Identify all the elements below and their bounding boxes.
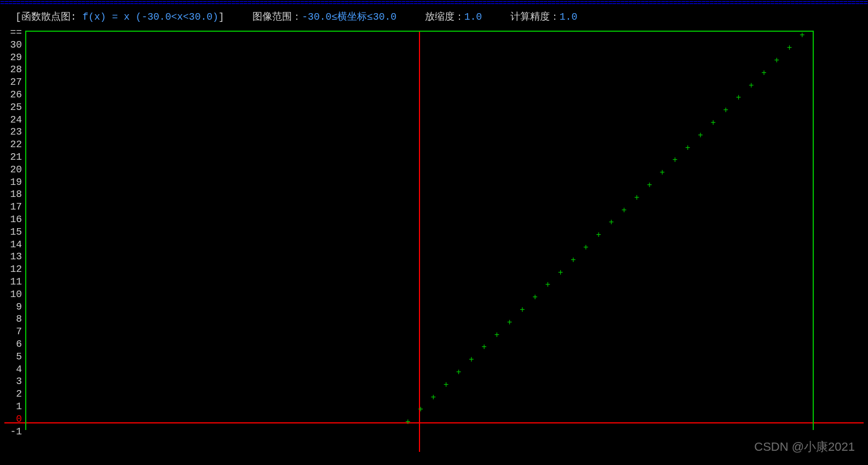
header-info-line: [函数散点图: f(x) = x (-30.0<x<30.0)] 图像范围：-3… — [0, 7, 868, 26]
y-tick: == — [4, 26, 22, 39]
data-point: + — [734, 94, 743, 102]
data-point: + — [607, 218, 616, 227]
data-point: + — [747, 82, 756, 90]
range-label: 图像范围： — [252, 11, 302, 22]
y-tick: 14 — [4, 239, 22, 251]
data-point: + — [480, 343, 488, 352]
data-point: + — [633, 194, 641, 202]
y-tick: 29 — [4, 51, 22, 64]
chart-area: ==30292827262524232221201918171615141312… — [4, 26, 864, 453]
y-tick: 11 — [4, 276, 22, 288]
y-tick: 21 — [4, 151, 22, 164]
y-tick: 28 — [4, 63, 22, 76]
watermark-text: CSDN @小康2021 — [754, 439, 855, 455]
y-tick: 3 — [4, 375, 22, 388]
precision-value: 1.0 — [560, 11, 577, 22]
data-point: + — [556, 269, 565, 277]
y-tick: 18 — [4, 188, 22, 201]
y-tick: 15 — [4, 226, 22, 239]
y-tick: 26 — [4, 89, 22, 101]
scatter-title-prefix: [函数散点图: — [15, 11, 82, 22]
y-axis-line — [419, 32, 420, 452]
y-tick: 4 — [4, 363, 22, 376]
data-point: + — [531, 293, 539, 302]
y-tick: 9 — [4, 301, 22, 313]
y-tick: 6 — [4, 338, 22, 351]
y-tick: 5 — [4, 351, 22, 363]
y-tick: 10 — [4, 288, 22, 301]
data-point: + — [594, 231, 603, 240]
data-point: + — [505, 318, 514, 327]
data-point: + — [709, 119, 717, 127]
zoom-label: 放缩度： — [425, 11, 464, 22]
data-point: + — [785, 44, 794, 53]
data-point: + — [416, 405, 425, 414]
y-tick: 8 — [4, 313, 22, 326]
data-point: + — [721, 106, 730, 115]
y-tick: 17 — [4, 201, 22, 213]
data-point: + — [620, 206, 629, 215]
data-point: + — [645, 181, 654, 190]
blue-dash-line: ========================================… — [0, 0, 868, 7]
y-tick: 7 — [4, 326, 22, 338]
y-tick: 13 — [4, 251, 22, 263]
data-point: + — [429, 393, 438, 402]
y-tick: 20 — [4, 164, 22, 176]
data-point: + — [671, 156, 680, 165]
y-tick: 2 — [4, 388, 22, 400]
data-point: + — [582, 243, 590, 252]
zoom-value: 1.0 — [464, 11, 482, 22]
data-point: + — [404, 418, 412, 427]
data-point: + — [683, 144, 692, 153]
y-tick: 24 — [4, 114, 22, 126]
y-tick: 1 — [4, 400, 22, 413]
y-tick: 30 — [4, 39, 22, 51]
data-point: + — [441, 381, 450, 390]
function-expression: f(x) = x (-30.0<x<30.0) — [82, 11, 218, 22]
y-tick: 19 — [4, 176, 22, 189]
data-point: + — [696, 131, 705, 140]
data-point: + — [658, 168, 666, 177]
y-tick: 27 — [4, 76, 22, 89]
data-point: + — [455, 368, 463, 377]
data-point: + — [518, 306, 527, 315]
data-point: + — [492, 331, 501, 340]
data-point: + — [798, 31, 807, 40]
data-point: + — [467, 356, 476, 364]
data-point: + — [760, 69, 768, 78]
plot-box: ++++++++++++++++++++++++++++++++ — [25, 31, 814, 430]
precision-label: 计算精度： — [510, 11, 560, 22]
scatter-title-suffix: ] — [219, 11, 225, 22]
data-point: + — [569, 256, 578, 265]
y-tick: 16 — [4, 213, 22, 226]
y-tick: 25 — [4, 101, 22, 114]
data-point: + — [543, 281, 552, 289]
data-point: + — [772, 56, 781, 65]
y-axis-labels: ==30292827262524232221201918171615141312… — [4, 26, 22, 438]
y-tick: 12 — [4, 263, 22, 276]
y-tick: 22 — [4, 138, 22, 151]
top-blue-divider: ========================================… — [0, 0, 868, 7]
range-value: -30.0≤横坐标≤30.0 — [302, 11, 396, 22]
y-tick: 23 — [4, 126, 22, 138]
y-tick: -1 — [4, 426, 22, 438]
